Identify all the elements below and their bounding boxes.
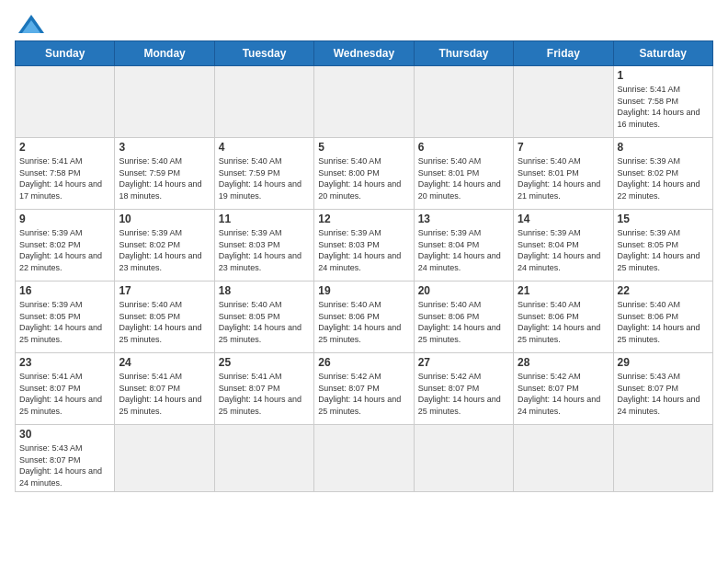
calendar-cell — [16, 66, 115, 138]
calendar-cell — [314, 425, 414, 492]
day-info: Sunrise: 5:40 AM Sunset: 7:59 PM Dayligh… — [119, 155, 210, 201]
day-number: 29 — [618, 356, 709, 369]
calendar-cell — [115, 66, 214, 138]
day-info: Sunrise: 5:40 AM Sunset: 8:01 PM Dayligh… — [418, 155, 509, 201]
logo-icon — [18, 15, 44, 33]
calendar-cell: 2Sunrise: 5:41 AM Sunset: 7:58 PM Daylig… — [16, 138, 115, 210]
day-number: 16 — [19, 284, 110, 297]
day-number: 15 — [618, 213, 709, 225]
day-info: Sunrise: 5:40 AM Sunset: 8:06 PM Dayligh… — [618, 299, 709, 345]
calendar-cell: 6Sunrise: 5:40 AM Sunset: 8:01 PM Daylig… — [414, 138, 513, 210]
calendar-header-wednesday: Wednesday — [314, 41, 414, 66]
day-number: 11 — [219, 213, 310, 225]
day-info: Sunrise: 5:40 AM Sunset: 7:59 PM Dayligh… — [219, 155, 310, 201]
calendar-cell: 29Sunrise: 5:43 AM Sunset: 8:07 PM Dayli… — [613, 353, 712, 425]
calendar-cell: 4Sunrise: 5:40 AM Sunset: 7:59 PM Daylig… — [214, 138, 313, 210]
calendar-cell: 11Sunrise: 5:39 AM Sunset: 8:03 PM Dayli… — [214, 210, 313, 282]
day-info: Sunrise: 5:39 AM Sunset: 8:05 PM Dayligh… — [618, 227, 709, 273]
day-info: Sunrise: 5:43 AM Sunset: 8:07 PM Dayligh… — [618, 371, 709, 417]
calendar-cell: 22Sunrise: 5:40 AM Sunset: 8:06 PM Dayli… — [613, 282, 712, 353]
calendar-cell: 7Sunrise: 5:40 AM Sunset: 8:01 PM Daylig… — [514, 138, 613, 210]
calendar-cell: 26Sunrise: 5:42 AM Sunset: 8:07 PM Dayli… — [314, 353, 414, 425]
calendar-cell: 3Sunrise: 5:40 AM Sunset: 7:59 PM Daylig… — [115, 138, 214, 210]
day-number: 10 — [119, 213, 210, 225]
calendar-cell: 1Sunrise: 5:41 AM Sunset: 7:58 PM Daylig… — [613, 66, 712, 138]
day-info: Sunrise: 5:41 AM Sunset: 8:07 PM Dayligh… — [19, 371, 110, 417]
day-number: 22 — [618, 284, 709, 297]
calendar-cell — [214, 66, 313, 138]
day-info: Sunrise: 5:41 AM Sunset: 8:07 PM Dayligh… — [219, 371, 310, 417]
calendar-cell: 23Sunrise: 5:41 AM Sunset: 8:07 PM Dayli… — [16, 353, 115, 425]
calendar-header-saturday: Saturday — [613, 41, 712, 66]
calendar-table: SundayMondayTuesdayWednesdayThursdayFrid… — [15, 40, 713, 492]
day-number: 13 — [418, 213, 509, 225]
calendar-cell — [613, 425, 712, 492]
day-number: 6 — [418, 141, 509, 154]
calendar-cell: 27Sunrise: 5:42 AM Sunset: 8:07 PM Dayli… — [414, 353, 513, 425]
day-info: Sunrise: 5:42 AM Sunset: 8:07 PM Dayligh… — [418, 371, 509, 417]
header — [15, 15, 713, 33]
day-info: Sunrise: 5:40 AM Sunset: 8:05 PM Dayligh… — [119, 299, 210, 345]
day-number: 24 — [119, 356, 210, 369]
day-number: 20 — [418, 284, 509, 297]
day-number: 3 — [119, 141, 210, 154]
calendar-week-row: 30Sunrise: 5:43 AM Sunset: 8:07 PM Dayli… — [16, 425, 713, 492]
calendar-cell: 10Sunrise: 5:39 AM Sunset: 8:02 PM Dayli… — [115, 210, 214, 282]
day-number: 23 — [19, 356, 110, 369]
day-info: Sunrise: 5:39 AM Sunset: 8:04 PM Dayligh… — [518, 227, 609, 273]
day-number: 4 — [219, 141, 310, 154]
calendar-header-tuesday: Tuesday — [214, 41, 313, 66]
day-info: Sunrise: 5:40 AM Sunset: 8:05 PM Dayligh… — [219, 299, 310, 345]
day-number: 21 — [518, 284, 609, 297]
calendar-cell: 9Sunrise: 5:39 AM Sunset: 8:02 PM Daylig… — [16, 210, 115, 282]
day-number: 9 — [19, 213, 110, 225]
day-number: 12 — [318, 213, 409, 225]
calendar-header-row: SundayMondayTuesdayWednesdayThursdayFrid… — [16, 41, 713, 66]
calendar-cell: 30Sunrise: 5:43 AM Sunset: 8:07 PM Dayli… — [16, 425, 115, 492]
day-info: Sunrise: 5:39 AM Sunset: 8:02 PM Dayligh… — [119, 227, 210, 273]
day-number: 5 — [318, 141, 409, 154]
calendar-cell: 21Sunrise: 5:40 AM Sunset: 8:06 PM Dayli… — [514, 282, 613, 353]
day-info: Sunrise: 5:39 AM Sunset: 8:05 PM Dayligh… — [19, 299, 110, 345]
day-info: Sunrise: 5:41 AM Sunset: 8:07 PM Dayligh… — [119, 371, 210, 417]
calendar-cell — [115, 425, 214, 492]
calendar-header-sunday: Sunday — [16, 41, 115, 66]
calendar-week-row: 23Sunrise: 5:41 AM Sunset: 8:07 PM Dayli… — [16, 353, 713, 425]
day-number: 17 — [119, 284, 210, 297]
calendar-cell: 24Sunrise: 5:41 AM Sunset: 8:07 PM Dayli… — [115, 353, 214, 425]
day-info: Sunrise: 5:39 AM Sunset: 8:02 PM Dayligh… — [19, 227, 110, 273]
calendar-week-row: 1Sunrise: 5:41 AM Sunset: 7:58 PM Daylig… — [16, 66, 713, 138]
calendar-cell: 5Sunrise: 5:40 AM Sunset: 8:00 PM Daylig… — [314, 138, 414, 210]
calendar-cell: 17Sunrise: 5:40 AM Sunset: 8:05 PM Dayli… — [115, 282, 214, 353]
day-info: Sunrise: 5:42 AM Sunset: 8:07 PM Dayligh… — [318, 371, 409, 417]
calendar-cell: 16Sunrise: 5:39 AM Sunset: 8:05 PM Dayli… — [16, 282, 115, 353]
day-number: 7 — [518, 141, 609, 154]
day-info: Sunrise: 5:40 AM Sunset: 8:06 PM Dayligh… — [318, 299, 409, 345]
logo — [15, 15, 44, 33]
calendar-cell: 8Sunrise: 5:39 AM Sunset: 8:02 PM Daylig… — [613, 138, 712, 210]
day-number: 2 — [19, 141, 110, 154]
day-number: 19 — [318, 284, 409, 297]
calendar-week-row: 2Sunrise: 5:41 AM Sunset: 7:58 PM Daylig… — [16, 138, 713, 210]
day-number: 1 — [618, 69, 709, 82]
calendar-cell: 14Sunrise: 5:39 AM Sunset: 8:04 PM Dayli… — [514, 210, 613, 282]
page: SundayMondayTuesdayWednesdayThursdayFrid… — [0, 0, 728, 563]
day-info: Sunrise: 5:41 AM Sunset: 7:58 PM Dayligh… — [618, 84, 709, 130]
day-info: Sunrise: 5:42 AM Sunset: 8:07 PM Dayligh… — [518, 371, 609, 417]
calendar-header-friday: Friday — [514, 41, 613, 66]
calendar-cell: 25Sunrise: 5:41 AM Sunset: 8:07 PM Dayli… — [214, 353, 313, 425]
calendar-cell — [514, 425, 613, 492]
day-number: 18 — [219, 284, 310, 297]
calendar-header-monday: Monday — [115, 41, 214, 66]
calendar-cell: 28Sunrise: 5:42 AM Sunset: 8:07 PM Dayli… — [514, 353, 613, 425]
calendar-week-row: 16Sunrise: 5:39 AM Sunset: 8:05 PM Dayli… — [16, 282, 713, 353]
day-info: Sunrise: 5:40 AM Sunset: 8:00 PM Dayligh… — [318, 155, 409, 201]
day-info: Sunrise: 5:40 AM Sunset: 8:01 PM Dayligh… — [518, 155, 609, 201]
calendar-cell — [414, 66, 513, 138]
calendar-cell: 15Sunrise: 5:39 AM Sunset: 8:05 PM Dayli… — [613, 210, 712, 282]
day-number: 14 — [518, 213, 609, 225]
calendar-cell: 13Sunrise: 5:39 AM Sunset: 8:04 PM Dayli… — [414, 210, 513, 282]
calendar-cell: 20Sunrise: 5:40 AM Sunset: 8:06 PM Dayli… — [414, 282, 513, 353]
calendar-cell — [214, 425, 313, 492]
calendar-cell — [414, 425, 513, 492]
